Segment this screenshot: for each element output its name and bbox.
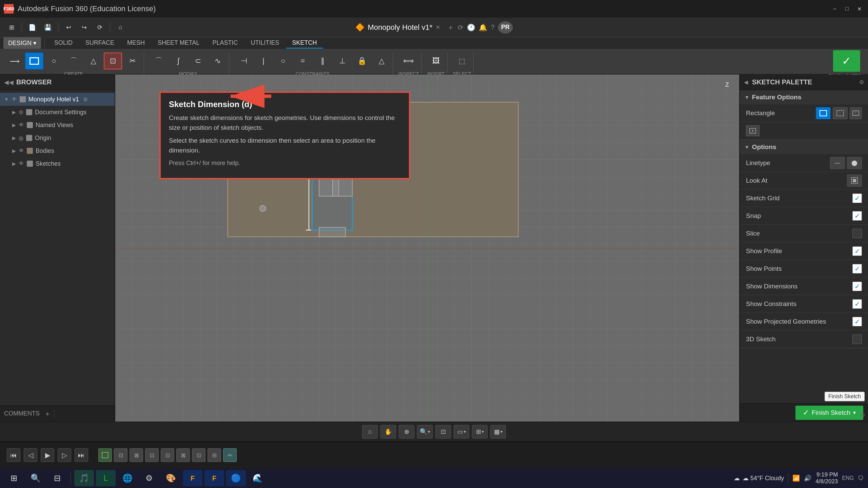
timeline-item-1[interactable] (98, 448, 112, 462)
palette-settings-icon[interactable]: ⚙ (859, 79, 864, 85)
circle-tool[interactable]: ○ (45, 53, 63, 69)
rect-center-btn[interactable] (850, 107, 862, 119)
grid-button[interactable]: ⊞ (5, 21, 18, 34)
tangent-constraint[interactable]: △ (372, 53, 391, 69)
timeline-item-8[interactable]: ⊟ (208, 448, 221, 462)
nav-fit-btn[interactable]: ⊡ (435, 425, 451, 439)
clock-display[interactable]: 9:19 PM 4/8/2023 (815, 471, 838, 485)
redo2-button[interactable]: ⟳ (93, 21, 106, 34)
3d-sketch-checkbox[interactable] (852, 334, 862, 344)
linetype-solid-btn[interactable]: — (830, 157, 845, 169)
notification-button[interactable]: 🗨 (858, 475, 864, 482)
timeline-item-3[interactable]: ⊠ (130, 448, 143, 462)
comments-add-btn[interactable]: ＋ (44, 409, 51, 419)
volume-icon[interactable]: 🔊 (804, 474, 811, 482)
timeline-item-active[interactable]: ✏ (223, 448, 237, 462)
tab-bell-btn[interactable]: 🔔 (479, 23, 487, 32)
timeline-item-7[interactable]: ⊡ (192, 448, 205, 462)
network-icon[interactable]: 📶 (792, 474, 800, 482)
palette-collapse-icon[interactable]: ◀ (744, 79, 748, 85)
finish-sketch-btn[interactable]: ✓ Finish Sketch ▾ (795, 406, 863, 420)
browser-item-sketches[interactable]: ▶ 👁 Sketches (0, 157, 115, 170)
fusion-button1[interactable]: F (183, 470, 202, 486)
nav-display-btn[interactable]: ▭▾ (454, 425, 469, 439)
scissors-tool[interactable]: ✂ (123, 53, 142, 69)
tab-refresh-btn[interactable]: ⟳ (458, 23, 463, 32)
select-tool[interactable]: ⬚ (453, 53, 471, 69)
tab-close-btn[interactable]: ✕ (436, 24, 440, 30)
tl-prev-btn[interactable]: ◁ (24, 448, 37, 462)
settings-button[interactable]: ⚙ (139, 470, 159, 486)
tab-add-btn[interactable]: ＋ (447, 22, 454, 33)
insert-image[interactable]: 🖼 (427, 53, 445, 69)
arc-tool[interactable]: ⌒ (64, 53, 83, 69)
perpendicular-constraint[interactable]: ⊥ (333, 53, 351, 69)
show-points-checkbox[interactable]: ✓ (852, 264, 862, 273)
line-button[interactable]: L (96, 470, 116, 486)
tl-start-btn[interactable]: ⏮ (7, 448, 20, 462)
sketch-grid-checkbox[interactable]: ✓ (852, 194, 862, 203)
timeline-item-5[interactable]: ⊡ (161, 448, 174, 462)
ribbon-tab-mesh[interactable]: MESH (121, 38, 151, 48)
rect-center-btn2[interactable] (746, 125, 760, 136)
browser-item-named-views[interactable]: ▶ 👁 Named Views (0, 119, 115, 131)
coincident-constraint[interactable]: ○ (274, 53, 292, 69)
undo-button[interactable]: ↩ (62, 21, 75, 34)
line-tool[interactable]: ⟶ (5, 53, 24, 69)
home-button[interactable]: ⌂ (114, 21, 127, 34)
trim-tool[interactable]: ∫ (169, 53, 188, 69)
ribbon-tab-sheetmetal[interactable]: SHEET METAL (152, 38, 205, 48)
spotify-button[interactable]: 🎵 (74, 470, 94, 486)
close-button[interactable]: ✕ (854, 4, 864, 14)
vpn-button[interactable]: 🔵 (226, 470, 246, 486)
tab-clock-btn[interactable]: 🕐 (467, 23, 475, 32)
palette-settings-btn[interactable]: ⚙ (860, 411, 865, 419)
ribbon-tab-plastic[interactable]: PLASTIC (206, 38, 244, 48)
polygon-tool[interactable]: △ (84, 53, 102, 69)
rect-dashed-btn[interactable] (833, 107, 848, 119)
chrome-button[interactable]: 🌐 (118, 470, 137, 486)
parallel-constraint[interactable]: ∥ (313, 53, 332, 69)
browser-item-root[interactable]: ▼ 👁 Monopoly Hotel v1 ⚙ (0, 93, 115, 106)
feature-options-header[interactable]: ▼ Feature Options (740, 90, 868, 104)
timeline-item-4[interactable]: ⊡ (145, 448, 159, 462)
horizontal-constraint[interactable]: ⊣ (235, 53, 253, 69)
rect-solid-btn[interactable] (816, 107, 831, 119)
maximize-button[interactable]: □ (842, 4, 852, 14)
browser-collapse-btn[interactable]: ◀◀ (4, 79, 14, 86)
fusion-button2[interactable]: F (204, 470, 224, 486)
tl-next-btn[interactable]: ▷ (58, 448, 71, 462)
timeline-item-6[interactable]: ⊠ (176, 448, 190, 462)
finish-sketch-ribbon-btn[interactable]: ✓ (833, 50, 860, 72)
search-button[interactable]: 🔍 (26, 470, 45, 486)
ribbon-tab-surface[interactable]: SURFACE (79, 38, 120, 48)
snap-checkbox[interactable]: ✓ (852, 211, 862, 221)
mirror-tool[interactable]: ∿ (209, 53, 227, 69)
show-dimensions-checkbox[interactable]: ✓ (852, 282, 862, 291)
taskview-button[interactable]: ⊟ (47, 470, 67, 486)
nav-pan-btn[interactable]: ✋ (380, 425, 396, 439)
settings-icon[interactable]: ⚙ (83, 96, 88, 103)
linetype-dashed-btn[interactable]: ⬤ (847, 157, 862, 169)
canvas[interactable]: Z 1.20 5.00 (115, 75, 739, 422)
show-profile-checkbox[interactable]: ✓ (852, 246, 862, 256)
show-projected-checkbox[interactable]: ✓ (852, 317, 862, 326)
slice-checkbox[interactable] (852, 229, 862, 238)
redo-button[interactable]: ↪ (77, 21, 91, 34)
show-constraints-checkbox[interactable]: ✓ (852, 299, 862, 309)
user-avatar[interactable]: PR (498, 21, 513, 34)
visibility-icon[interactable]: 👁 (12, 96, 17, 102)
fillet-tool[interactable]: ⌒ (150, 53, 168, 69)
ribbon-tab-sketch[interactable]: SKETCH (286, 38, 323, 48)
tl-play-btn[interactable]: ▶ (41, 448, 54, 462)
tab-help-btn[interactable]: ? (491, 23, 494, 31)
tl-end-btn[interactable]: ⏭ (75, 448, 88, 462)
measure-tool[interactable]: ⟺ (399, 53, 418, 69)
timeline-item-2[interactable]: ⊡ (114, 448, 127, 462)
start-button[interactable]: ⊞ (4, 470, 24, 486)
offset-tool[interactable]: ⊂ (189, 53, 207, 69)
bodies-eye-icon[interactable]: 👁 (19, 148, 24, 154)
equal-constraint[interactable]: = (294, 53, 312, 69)
browser-item-bodies[interactable]: ▶ 👁 Bodies (0, 144, 115, 157)
new-button[interactable]: 📄 (25, 21, 39, 34)
